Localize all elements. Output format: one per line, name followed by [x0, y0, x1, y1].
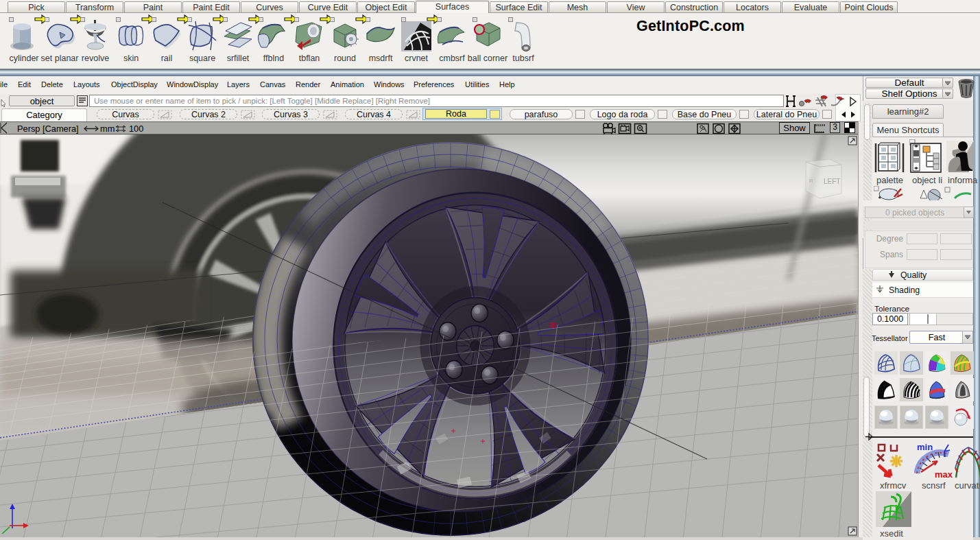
- svg-text:R: R: [809, 178, 813, 184]
- svg-text:LEFT: LEFT: [824, 178, 840, 185]
- svg-text:min: min: [917, 442, 933, 452]
- svg-text:max: max: [935, 469, 953, 480]
